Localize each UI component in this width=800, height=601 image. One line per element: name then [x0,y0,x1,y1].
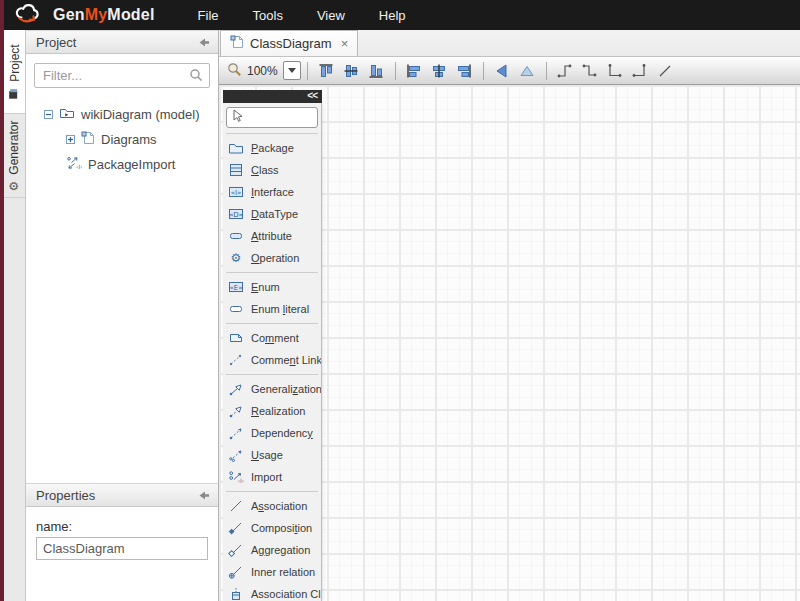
connector-oblique-button[interactable] [553,60,578,82]
palette-item-inner-relation[interactable]: Inner relation [223,561,321,583]
name-label: name: [36,519,208,534]
palette-item-comment-link[interactable]: Comment Link [223,349,321,371]
palette-item-package[interactable]: Package [223,137,321,159]
association-icon [228,499,244,513]
palette-item-label: DataType [251,208,298,220]
palette-item-label: Dependency [251,427,313,439]
palette-item-generalization[interactable]: Generalization [223,378,321,400]
palette-item-datatype[interactable]: «D» DataType [223,203,321,225]
usage-icon [228,448,244,462]
diagram-canvas[interactable]: << Package Class [219,85,800,601]
align-left-button[interactable] [402,60,427,82]
palette-item-enum[interactable]: «E» Enum [223,276,321,298]
expand-expander-icon[interactable] [66,132,75,147]
import-icon: ‹I› [228,470,244,484]
align-middle-button[interactable] [339,60,364,82]
package-import-icon: ‹I› [66,156,82,173]
project-panel-header: Project [26,30,218,54]
window-edge-strip [0,0,4,601]
palette-item-enum-literal[interactable]: Enum literal [223,298,321,320]
svg-text:«E»: «E» [230,284,243,292]
palette-item-label: Aggregation [251,544,310,556]
connector-straight-button[interactable] [653,60,678,82]
palette-item-import[interactable]: ‹I› Import [223,466,321,488]
collapse-expander-icon[interactable] [44,107,53,122]
flip-vertical-button[interactable] [515,60,540,82]
editor-area: ClassDiagram × 100% [219,30,800,601]
align-right-button[interactable] [452,60,477,82]
menu-help[interactable]: Help [362,8,423,23]
tree-label-package-import: PackageImport [88,157,175,172]
aggregation-icon [228,543,244,557]
align-bottom-button[interactable] [364,60,389,82]
svg-text:‹I›: ‹I› [238,477,245,484]
palette-item-label: Realization [251,405,305,417]
palette-item-label: Association Cl... [251,588,321,600]
menu-view[interactable]: View [300,8,362,23]
menu-file[interactable]: File [181,8,236,23]
composition-icon [228,521,244,535]
connector-corner-right-button[interactable] [628,60,653,82]
tree-label-diagrams: Diagrams [101,132,157,147]
side-tab-project[interactable]: Project [4,30,25,114]
search-icon [189,68,203,86]
cursor-arrow-icon [230,108,244,127]
palette-item-usage[interactable]: Usage [223,444,321,466]
project-panel: Project wikiDiagram (model) [26,30,218,483]
tree-row-diagrams[interactable]: Diagrams [34,127,210,152]
zoom-dropdown-button[interactable] [283,61,301,80]
palette-item-label: Enum [251,281,280,293]
menu-list: File Tools View Help [181,8,423,23]
diagram-toolbar: 100% [219,57,800,85]
tab-label: ClassDiagram [250,36,332,51]
filter-input[interactable] [34,63,210,88]
palette-item-association[interactable]: Association [223,495,321,517]
palette-item-label: Generalization [251,383,321,395]
project-tree: wikiDiagram (model) Diagrams ‹I› Package… [34,102,210,177]
palette-item-interface[interactable]: «I» Interface [223,181,321,203]
tab-close-icon[interactable]: × [341,36,349,51]
collapse-left-arrow-icon[interactable] [198,491,210,500]
tree-row-model[interactable]: wikiDiagram (model) [34,102,210,127]
palette-item-label: Inner relation [251,566,315,578]
collapse-left-arrow-icon[interactable] [198,38,210,47]
palette-collapse-button[interactable]: << [307,91,322,103]
palette-item-label: Package [251,142,294,154]
connector-zigzag-button[interactable] [578,60,603,82]
palette-item-aggregation[interactable]: Aggregation [223,539,321,561]
palette-item-class[interactable]: Class [223,159,321,181]
tree-row-package-import[interactable]: ‹I› PackageImport [34,152,210,177]
association-class-icon [228,587,244,601]
palette-divider [226,133,318,134]
diagram-file-icon [230,35,244,52]
palette-item-attribute[interactable]: Attribute [223,225,321,247]
tab-classdiagram[interactable]: ClassDiagram × [220,30,358,56]
side-tab-generator[interactable]: ⚙ Generator [4,114,25,198]
enum-literal-icon [228,302,244,316]
palette-item-comment[interactable]: Comment [223,327,321,349]
palette-item-composition[interactable]: Composition [223,517,321,539]
gear-icon: ⚙ [9,180,21,191]
connector-corner-left-button[interactable] [603,60,628,82]
name-input[interactable] [36,537,208,560]
align-top-button[interactable] [314,60,339,82]
flip-horizontal-button[interactable] [490,60,515,82]
comment-link-icon [228,353,244,367]
palette-item-association-class[interactable]: Association Cl... [223,583,321,601]
palette-item-label: Composition [251,522,312,534]
interface-icon: «I» [228,185,244,199]
align-center-button[interactable] [427,60,452,82]
palette-item-dependency[interactable]: Dependency [223,422,321,444]
side-tab-project-label: Project [8,44,22,81]
svg-text:‹I›: ‹I› [76,163,82,170]
select-tool[interactable] [226,107,318,128]
datatype-icon: «D» [228,207,244,221]
side-tab-strip: Project ⚙ Generator [4,30,26,601]
palette-item-realization[interactable]: Realization [223,400,321,422]
palette-item-label: Class [251,164,279,176]
palette-item-label: Association [251,500,307,512]
palette-body: Package Class «I» Interface «D» DataT [223,103,322,601]
menu-tools[interactable]: Tools [236,8,300,23]
palette-item-operation[interactable]: ⚙ Operation [223,247,321,269]
palette-item-label: Comment [251,332,299,344]
